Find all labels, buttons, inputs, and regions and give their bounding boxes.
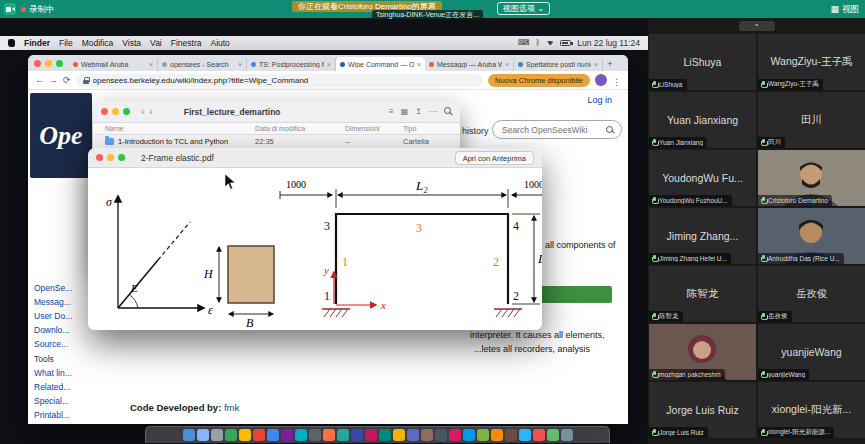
dock-app-icon[interactable]: [393, 429, 405, 441]
participant-tile[interactable]: Cristoforo Demartino: [758, 150, 865, 206]
wiki-sidebar-link[interactable]: Special...: [34, 396, 118, 406]
participant-tile[interactable]: LiShuya LiShuya: [649, 34, 756, 90]
dock-app-icon[interactable]: [421, 429, 433, 441]
browser-tab[interactable]: TS: Postprocessing Modules: [247, 58, 336, 71]
participant-tile[interactable]: WangZiyu-王子禹 WangZiyu-王子禹: [758, 34, 865, 90]
dock-app-icon[interactable]: [505, 429, 517, 441]
keyboard-icon[interactable]: ⌨: [518, 36, 530, 50]
menu-app-name[interactable]: Finder: [24, 36, 50, 50]
forward-button[interactable]: [49, 75, 58, 85]
participant-tile[interactable]: 陈智龙 陈智龙: [649, 266, 756, 322]
tab-close-icon[interactable]: [417, 61, 421, 68]
dock-app-icon[interactable]: [379, 429, 391, 441]
browser-tab[interactable]: Webmail Aruba: [69, 58, 158, 71]
participant-tile[interactable]: yuanjieWang yuanjieWang: [758, 324, 865, 380]
collapse-panel-button[interactable]: [739, 21, 775, 31]
dock-app-icon[interactable]: [351, 429, 363, 441]
dock-app-icon[interactable]: [295, 429, 307, 441]
footer-fmk-link[interactable]: fmk: [224, 402, 239, 413]
chrome-menu-icon[interactable]: [612, 71, 621, 89]
minimize-window-button[interactable]: [112, 108, 119, 115]
browser-tab[interactable]: opensees - Search: [158, 58, 247, 71]
wifi-icon[interactable]: [546, 41, 554, 46]
browser-tab[interactable]: Spettatore posti riunione —: [514, 58, 603, 71]
share-icon[interactable]: [415, 107, 422, 116]
zoom-window-button[interactable]: [56, 60, 63, 67]
bluetooth-icon[interactable]: ᛒ: [535, 36, 540, 50]
minimize-window-button[interactable]: [45, 60, 52, 67]
dock-app-icon[interactable]: [533, 429, 545, 441]
dock-app-icon[interactable]: [477, 429, 489, 441]
menu-vai[interactable]: Vai: [150, 36, 162, 50]
new-tab-button[interactable]: +: [603, 58, 617, 71]
dock-app-icon[interactable]: [463, 429, 475, 441]
open-with-preview-button[interactable]: Apri con Anteprima: [455, 151, 534, 165]
dock-app-icon[interactable]: [281, 429, 293, 441]
close-window-button[interactable]: [96, 154, 103, 161]
finder-search-icon[interactable]: [444, 107, 452, 115]
tab-close-icon[interactable]: [149, 61, 153, 68]
dock-app-icon[interactable]: [547, 429, 559, 441]
dock-app-icon[interactable]: [267, 429, 279, 441]
reload-button[interactable]: [63, 75, 71, 85]
participant-tile[interactable]: Jorge Luis Ruiz Jorge Luis Ruiz: [649, 382, 756, 438]
zoom-window-button[interactable]: [118, 154, 125, 161]
zoom-window-button[interactable]: [123, 108, 130, 115]
participant-tile[interactable]: xionglei-阳光新... xionglei-阳光新能源...: [758, 382, 865, 438]
participant-tile[interactable]: Yuan Jianxiang Yuan Jianxiang: [649, 92, 756, 148]
meeting-camera-icon[interactable]: [4, 3, 16, 15]
dock-app-icon[interactable]: [407, 429, 419, 441]
wiki-sidebar-link[interactable]: Source...: [34, 339, 118, 349]
dock-app-icon[interactable]: [197, 429, 209, 441]
wiki-sidebar-link[interactable]: Related...: [34, 382, 118, 392]
view-options-button[interactable]: 视图选项: [497, 2, 550, 15]
column-view-icon[interactable]: [401, 107, 409, 116]
wiki-sidebar-link[interactable]: What lin...: [34, 368, 118, 378]
dock-app-icon[interactable]: [309, 429, 321, 441]
menu-clock[interactable]: Lun 22 lug 11:24: [577, 36, 640, 50]
browser-tab-active[interactable]: Wipe Command — OpenSee...: [336, 57, 425, 71]
wiki-history-tab[interactable]: history: [462, 126, 489, 136]
menu-file[interactable]: File: [59, 36, 73, 50]
tab-close-icon[interactable]: [327, 61, 331, 68]
participant-tile[interactable]: YoudongWu Fu... YoudongWu FuzhouU...: [649, 150, 756, 206]
browser-tab[interactable]: Messaggi — Aruba Webmail: [425, 58, 514, 71]
wiki-search-input[interactable]: [500, 124, 602, 136]
finder-back-button[interactable]: [141, 106, 144, 117]
participant-tile[interactable]: Jiming Zhang... Jiming Zhang Hefei U...: [649, 208, 756, 264]
minimize-window-button[interactable]: [107, 154, 114, 161]
menu-modifica[interactable]: Modifica: [82, 36, 114, 50]
battery-icon[interactable]: [560, 40, 571, 46]
profile-avatar[interactable]: [595, 74, 607, 86]
list-view-icon[interactable]: [389, 107, 394, 116]
participant-tile[interactable]: mozhgan pakcheshm: [649, 324, 756, 380]
menu-finestra[interactable]: Finestra: [171, 36, 202, 50]
back-button[interactable]: [35, 75, 44, 85]
dock-app-icon[interactable]: [561, 429, 573, 441]
dock-app-icon[interactable]: [365, 429, 377, 441]
dock-app-icon[interactable]: [211, 429, 223, 441]
dock-app-icon[interactable]: [323, 429, 335, 441]
dock-app-icon[interactable]: [239, 429, 251, 441]
wiki-sidebar-link[interactable]: Printabl...: [34, 410, 118, 420]
column-size[interactable]: Dimensioni: [345, 125, 403, 132]
view-layout-button[interactable]: 视图: [830, 0, 859, 18]
close-window-button[interactable]: [34, 60, 41, 67]
tab-close-icon[interactable]: [594, 61, 598, 68]
column-name[interactable]: Name: [105, 125, 255, 132]
column-modified[interactable]: Data di modifica: [255, 125, 345, 132]
menu-aiuto[interactable]: Aiuto: [210, 36, 229, 50]
menu-vista[interactable]: Vista: [122, 36, 141, 50]
more-actions-icon[interactable]: [429, 107, 437, 116]
participant-tile[interactable]: 田川 田川: [758, 92, 865, 148]
dock-app-icon[interactable]: [337, 429, 349, 441]
tab-close-icon[interactable]: [238, 61, 242, 68]
dock-app-icon[interactable]: [491, 429, 503, 441]
participant-tile[interactable]: 岳孜俊 岳孜俊: [758, 266, 865, 322]
finder-forward-button[interactable]: [149, 106, 152, 117]
dock-app-icon[interactable]: [519, 429, 531, 441]
wiki-login-link[interactable]: Log in: [587, 95, 612, 105]
close-window-button[interactable]: [101, 108, 108, 115]
dock-app-icon[interactable]: [435, 429, 447, 441]
participant-tile[interactable]: Aniruddha Das (Rice U...: [758, 208, 865, 264]
